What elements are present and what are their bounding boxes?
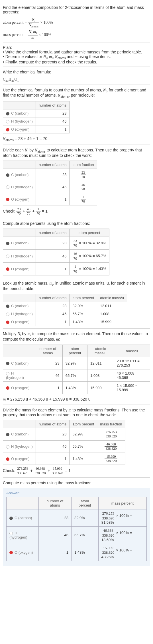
- l: O (oxygen): [11, 320, 29, 324]
- h: number of atoms: [36, 294, 70, 302]
- d: 338.620: [101, 533, 115, 538]
- h: mass percent: [98, 497, 146, 509]
- n: 23: [38, 509, 71, 527]
- mass-lookup-para: Look up the atomic mass, mi, in unified …: [3, 281, 150, 291]
- n: 46.368: [34, 467, 46, 471]
- h: number of atoms: [38, 497, 71, 509]
- h: atom percent: [70, 420, 97, 428]
- eq: × 100% = 32.9%: [78, 241, 106, 245]
- carbon-dot-icon: [6, 362, 9, 365]
- oxygen-dot-icon: [6, 457, 9, 461]
- n: 23: [36, 169, 70, 181]
- val: 46: [36, 117, 70, 125]
- atom-pct-table: number of atomsatom percent C (carbon)23…: [3, 229, 109, 276]
- c: C: [3, 77, 5, 81]
- table-row: C (carbon)232370 × 100% = 32.9%: [3, 237, 109, 249]
- p: 65.7%: [62, 369, 87, 382]
- h: number of atoms: [36, 420, 70, 428]
- carbon-dot-icon: [9, 517, 13, 520]
- fractions-para: Divide each Ni by Natoms to calculate at…: [3, 148, 150, 158]
- atom-percent-formula: atom percent = NiNatoms × 100%: [3, 17, 150, 29]
- n: 1: [36, 193, 70, 205]
- table-row: H (hydrogen)464670 × 100% = 65.7%: [3, 250, 109, 263]
- num: 1: [81, 195, 86, 199]
- table-row: O (oxygen)11.43%15.999338.620 × 100% = 4…: [7, 544, 147, 561]
- o-sub: 1: [17, 79, 19, 82]
- label: mass percent =: [3, 33, 28, 37]
- hydrogen-dot-icon: [6, 313, 9, 316]
- d: 70: [72, 256, 78, 261]
- p: 65.7%: [70, 310, 97, 318]
- p: 1.43%: [70, 318, 97, 326]
- l: H (hydrogen): [11, 444, 33, 449]
- table-row: O (oxygen)1170: [3, 193, 97, 205]
- table-row: O (oxygen)11.43%15.999: [3, 318, 127, 326]
- m: 1.008: [97, 310, 127, 318]
- h: atom percent: [70, 294, 97, 302]
- t: Divide the mass for each element by: [3, 408, 68, 412]
- n: 46: [26, 207, 31, 211]
- answer-box: Answer: number of atomsatom percentmass …: [3, 488, 150, 566]
- plan-bullet-1: • Write the chemical formula and gather …: [3, 50, 150, 54]
- n: 46: [36, 181, 70, 193]
- hdr-number-of-atoms: number of atoms: [36, 101, 70, 109]
- num: 23: [81, 171, 86, 175]
- hdr: atom fraction: [70, 161, 97, 169]
- carbon-dot-icon: [6, 173, 9, 177]
- d: 338.620: [105, 459, 117, 463]
- table-row: H (hydrogen)4665.7%46.368338.620 × 100% …: [7, 527, 147, 544]
- p: 1.43%: [71, 544, 98, 561]
- mass-mult-para: Multiply Ni by mi to compute the mass fo…: [3, 331, 150, 342]
- hydrogen-dot-icon: [6, 255, 9, 258]
- table-row: C (carbon)2332.9%276.253338.620: [3, 428, 125, 441]
- t: Divide each: [3, 148, 25, 152]
- carbon-dot-icon: [6, 433, 9, 436]
- n: 46: [38, 527, 71, 544]
- n: 46.368: [105, 442, 117, 447]
- m: 15.999: [87, 382, 114, 394]
- den: 70: [81, 187, 86, 191]
- m: 12.011: [87, 357, 114, 369]
- fractions-check: Check: 2370 + 4670 + 170 = 1: [3, 207, 150, 216]
- mass-percent-formula: mass percent = Ni mim × 100%: [3, 30, 150, 40]
- eq: = 1: [42, 209, 48, 213]
- atom-pct-para: Compute atom percents using the atom fra…: [3, 221, 150, 226]
- p: 65.7%: [70, 440, 97, 453]
- t: Use the chemical formula to count the nu…: [3, 88, 103, 92]
- hydrogen-dot-icon: [6, 120, 9, 123]
- h: mass fraction: [97, 420, 125, 428]
- label: C (carbon): [11, 111, 28, 115]
- n: 46: [36, 310, 70, 318]
- n: 46: [36, 440, 70, 453]
- label: C (carbon): [11, 241, 28, 245]
- n: 23: [36, 237, 70, 249]
- hydrogen-dot-icon: [6, 445, 9, 449]
- table-row: O (oxygen)1: [3, 125, 70, 133]
- t: Look up the atomic mass,: [3, 281, 49, 285]
- n: 1: [36, 263, 70, 275]
- p: 65.7%: [71, 527, 98, 544]
- mass-frac-check: Check: 276.253338.620 + 46.368338.620 + …: [3, 467, 150, 475]
- val: 23: [36, 109, 70, 117]
- natoms-sum: Natoms = 23 + 46 + 1 = 70: [3, 136, 150, 142]
- l: C (carbon): [11, 432, 28, 436]
- n: 46.368: [101, 528, 115, 533]
- n: 276.253: [105, 430, 117, 434]
- table-row: H (hydrogen)464670: [3, 181, 97, 193]
- c: 46 × 1.008 = 46.368: [114, 369, 150, 382]
- p: 32.9%: [70, 428, 97, 441]
- n: 46: [36, 250, 70, 263]
- hdr: number of atoms: [36, 161, 70, 169]
- m: 15.999: [97, 318, 127, 326]
- h: H: [9, 77, 11, 81]
- h: atom percent: [62, 345, 87, 357]
- oxygen-dot-icon: [6, 386, 9, 390]
- eq: = 1: [65, 468, 71, 473]
- h: number of atoms: [33, 345, 62, 357]
- d: 338.620: [16, 471, 29, 475]
- table-row: C (carbon)2332.9%276.253338.620 × 100% =…: [7, 509, 147, 527]
- carbon-dot-icon: [6, 112, 9, 115]
- n: 23: [16, 207, 21, 211]
- label: H (hydrogen): [11, 254, 33, 258]
- n: 23: [36, 302, 70, 310]
